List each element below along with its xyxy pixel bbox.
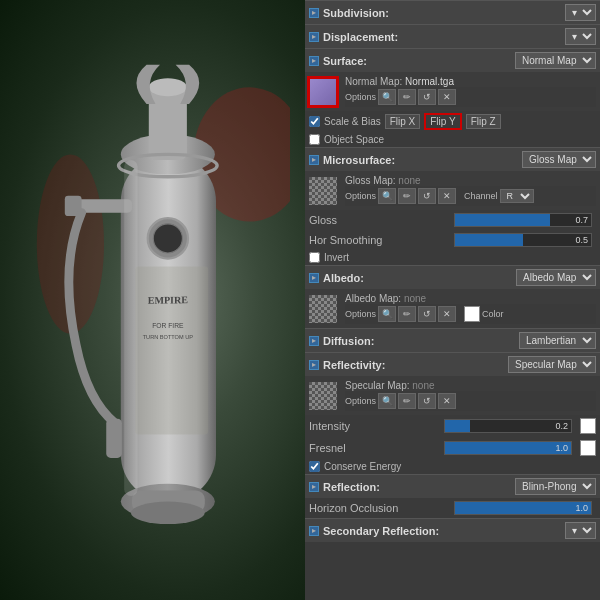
microsurface-header: ▸ Microsurface: Gloss Map <box>305 147 600 171</box>
gloss-label: Gloss <box>309 214 446 226</box>
intensity-color-swatch[interactable] <box>580 418 596 434</box>
flip-z-btn[interactable]: Flip Z <box>466 114 501 129</box>
specular-search-btn[interactable]: 🔍 <box>378 393 396 409</box>
horizon-value: 1.0 <box>575 503 588 513</box>
scale-bias-row: Scale & Bias Flip X Flip Y Flip Z <box>305 111 600 132</box>
svg-point-8 <box>149 78 187 96</box>
scale-bias-checkbox[interactable] <box>309 116 320 127</box>
albedo-map-thumb <box>309 295 337 323</box>
gloss-search-btn[interactable]: 🔍 <box>378 188 396 204</box>
svg-rect-15 <box>135 266 208 434</box>
albedo-reload-btn[interactable]: ↺ <box>418 306 436 322</box>
secondary-reflection-label: Secondary Reflection: <box>323 525 565 537</box>
invert-label: Invert <box>324 252 349 263</box>
conserve-energy-checkbox[interactable] <box>309 461 320 472</box>
conserve-energy-row: Conserve Energy <box>305 459 600 474</box>
intensity-slider-row: Intensity 0.2 <box>305 415 600 437</box>
properties-panel: ▸ Subdivision: ▾ ▸ Displacement: ▾ ▸ Sur… <box>305 0 600 600</box>
normal-map-reload-btn[interactable]: ↺ <box>418 89 436 105</box>
fresnel-color-swatch[interactable] <box>580 440 596 456</box>
albedo-edit-btn[interactable]: ✏ <box>398 306 416 322</box>
svg-rect-12 <box>106 419 122 458</box>
surface-dropdown[interactable]: Normal Map <box>515 52 596 69</box>
specular-edit-btn[interactable]: ✏ <box>398 393 416 409</box>
albedo-map-value: none <box>404 293 426 304</box>
albedo-label: Albedo: <box>323 272 516 284</box>
albedo-map-row: Albedo Map: none Options 🔍 ✏ ↺ ✕ Color <box>305 289 600 328</box>
gloss-slider[interactable]: 0.7 <box>454 213 593 227</box>
reflectivity-toggle[interactable]: ▸ <box>309 360 319 370</box>
gloss-clear-btn[interactable]: ✕ <box>438 188 456 204</box>
gloss-map-value: none <box>398 175 420 186</box>
specular-map-value: none <box>412 380 434 391</box>
conserve-energy-label: Conserve Energy <box>324 461 401 472</box>
microsurface-toggle[interactable]: ▸ <box>309 155 319 165</box>
secondary-reflection-dropdown[interactable]: ▾ <box>565 522 596 539</box>
reflectivity-label: Reflectivity: <box>323 359 508 371</box>
normal-map-row: Normal Map: Normal.tga Options 🔍 ✏ ↺ ✕ <box>305 72 600 111</box>
specular-options-label: Options <box>345 396 376 406</box>
albedo-color-label: Color <box>482 309 504 319</box>
invert-row: Invert <box>305 250 600 265</box>
hor-smoothing-value: 0.5 <box>575 235 588 245</box>
fresnel-slider[interactable]: 1.0 <box>444 441 573 455</box>
gloss-reload-btn[interactable]: ↺ <box>418 188 436 204</box>
albedo-clear-btn[interactable]: ✕ <box>438 306 456 322</box>
displacement-toggle[interactable]: ▸ <box>309 32 319 42</box>
channel-select[interactable]: R G B A <box>500 189 534 203</box>
normal-map-search-btn[interactable]: 🔍 <box>378 89 396 105</box>
normal-map-clear-btn[interactable]: ✕ <box>438 89 456 105</box>
albedo-color-swatch[interactable] <box>464 306 480 322</box>
hor-smoothing-label: Hor Smoothing <box>309 234 446 246</box>
specular-reload-btn[interactable]: ↺ <box>418 393 436 409</box>
flip-x-btn[interactable]: Flip X <box>385 114 421 129</box>
subdivision-toggle[interactable]: ▸ <box>309 8 319 18</box>
subdivision-dropdown[interactable]: ▾ <box>565 4 596 21</box>
intensity-slider[interactable]: 0.2 <box>444 419 573 433</box>
svg-point-6 <box>131 502 205 524</box>
albedo-options-label: Options <box>345 309 376 319</box>
subdivision-header: ▸ Subdivision: ▾ <box>305 0 600 24</box>
normal-map-edit-btn[interactable]: ✏ <box>398 89 416 105</box>
gloss-map-row: Gloss Map: none Options 🔍 ✏ ↺ ✕ Channel … <box>305 171 600 210</box>
diffusion-dropdown[interactable]: Lambertian <box>519 332 596 349</box>
reflectivity-dropdown[interactable]: Specular Map <box>508 356 596 373</box>
albedo-toggle[interactable]: ▸ <box>309 273 319 283</box>
subdivision-label: Subdivision: <box>323 7 565 19</box>
horizon-slider-row: Horizon Occlusion 1.0 <box>305 498 600 518</box>
normal-map-label: Normal Map: <box>345 76 402 87</box>
reflectivity-header: ▸ Reflectivity: Specular Map <box>305 352 600 376</box>
flip-y-btn[interactable]: Flip Y <box>424 113 461 130</box>
gloss-slider-row: Gloss 0.7 <box>305 210 600 230</box>
svg-text:TURN BOTTOM UP: TURN BOTTOM UP <box>143 334 194 340</box>
reflection-dropdown[interactable]: Blinn-Phong <box>515 478 596 495</box>
svg-text:FOR FIRE: FOR FIRE <box>152 322 184 329</box>
invert-checkbox[interactable] <box>309 252 320 263</box>
albedo-map-label: Albedo Map: <box>345 293 401 304</box>
hor-smoothing-slider[interactable]: 0.5 <box>454 233 593 247</box>
viewport-panel: EMPIRE FOR FIRE TURN BOTTOM UP <box>0 0 305 600</box>
specular-clear-btn[interactable]: ✕ <box>438 393 456 409</box>
intensity-label: Intensity <box>309 420 436 432</box>
fresnel-slider-row: Fresnel 1.0 <box>305 437 600 459</box>
svg-text:EMPIRE: EMPIRE <box>148 294 189 306</box>
secondary-reflection-toggle[interactable]: ▸ <box>309 526 319 536</box>
albedo-search-btn[interactable]: 🔍 <box>378 306 396 322</box>
diffusion-toggle[interactable]: ▸ <box>309 336 319 346</box>
fresnel-value: 1.0 <box>555 443 568 453</box>
object-space-checkbox[interactable] <box>309 134 320 145</box>
displacement-dropdown[interactable]: ▾ <box>565 28 596 45</box>
surface-toggle[interactable]: ▸ <box>309 56 319 66</box>
svg-rect-19 <box>124 160 137 496</box>
fresnel-label: Fresnel <box>309 442 436 454</box>
microsurface-dropdown[interactable]: Gloss Map <box>522 151 596 168</box>
horizon-label: Horizon Occlusion <box>309 502 446 514</box>
reflection-toggle[interactable]: ▸ <box>309 482 319 492</box>
gloss-map-thumb <box>309 177 337 205</box>
gloss-edit-btn[interactable]: ✏ <box>398 188 416 204</box>
albedo-dropdown[interactable]: Albedo Map <box>516 269 596 286</box>
specular-map-label: Specular Map: <box>345 380 409 391</box>
horizon-slider[interactable]: 1.0 <box>454 501 593 515</box>
intensity-value: 0.2 <box>555 421 568 431</box>
diffusion-label: Diffusion: <box>323 335 519 347</box>
